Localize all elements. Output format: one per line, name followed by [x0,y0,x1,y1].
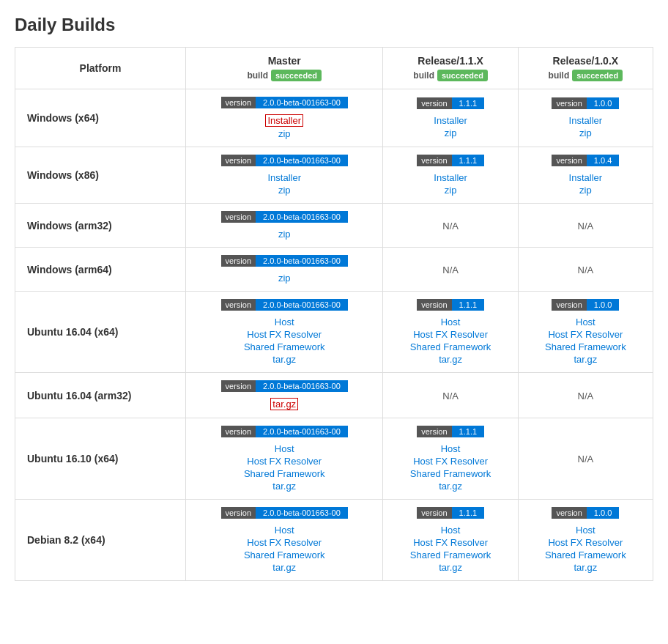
na-text: N/A [578,264,594,275]
release10-build-status: build succeeded [527,70,644,81]
download-link[interactable]: Host FX Resolver [247,456,322,467]
download-link[interactable]: tar.gz [574,562,597,573]
download-link[interactable]: Host FX Resolver [548,329,623,340]
version-bar: version 2.0.0-beta-001663-00 [221,155,348,166]
version-number: 2.0.0-beta-001663-00 [256,299,348,311]
master-label: Master [195,55,374,67]
download-link[interactable]: Shared Framework [244,549,325,560]
cell-content: version 2.0.0-beta-001663-00 Installerzi… [195,155,374,196]
table-row: Windows (x86) version 2.0.0-beta-001663-… [15,147,653,204]
download-link[interactable]: tar.gz [272,354,296,365]
download-link[interactable]: tar.gz [439,354,462,365]
cell-content: version 1.1.1 HostHost FX ResolverShared… [392,426,508,492]
download-link[interactable]: Shared Framework [244,468,325,479]
cell-content: version 2.0.0-beta-001663-00 HostHost FX… [195,507,374,573]
download-link[interactable]: Installer [569,172,603,183]
col-platform: Platform [15,48,186,89]
download-link[interactable]: Shared Framework [244,341,325,352]
version-label: version [552,97,586,109]
version-label: version [221,507,256,519]
cell-content: version 2.0.0-beta-001663-00 zip [195,211,374,240]
master-cell: version 2.0.0-beta-001663-00 HostHost FX… [185,418,383,500]
download-link[interactable]: Installer [434,115,467,126]
download-link[interactable]: Installer [265,114,303,127]
download-link[interactable]: Shared Framework [410,468,491,479]
download-link[interactable]: Host [576,525,595,536]
download-link[interactable]: zip [445,127,457,138]
na-text: N/A [442,221,459,232]
download-link[interactable]: Host [441,317,461,327]
download-link[interactable]: Host FX Resolver [548,537,623,548]
download-link[interactable]: Installer [267,172,301,183]
download-link[interactable]: zip [278,229,291,240]
download-link[interactable]: tar.gz [270,398,298,410]
cell-content: version 2.0.0-beta-001663-00 HostHost FX… [195,299,374,365]
release11-build-status: build succeeded [392,70,508,81]
release11-cell: version 1.1.1 Installerzip [383,89,518,147]
version-bar: version 1.1.1 [417,426,484,437]
download-link[interactable]: zip [278,128,291,139]
download-link[interactable]: tar.gz [272,562,296,573]
version-label: version [221,255,256,267]
version-label: version [221,211,256,223]
download-link[interactable]: Shared Framework [545,341,626,352]
download-link[interactable]: zip [445,185,457,196]
download-link[interactable]: Shared Framework [545,549,626,560]
master-cell: version 2.0.0-beta-001663-00 tar.gz [185,373,383,418]
download-link[interactable]: Shared Framework [410,341,491,352]
version-label: version [417,507,451,519]
download-link[interactable]: Host FX Resolver [413,329,488,340]
cell-content: version 2.0.0-beta-001663-00 zip [195,255,374,284]
download-link[interactable]: Host FX Resolver [247,329,322,340]
download-link[interactable]: zip [278,185,291,196]
page-title: Daily Builds [15,15,653,35]
download-link[interactable]: tar.gz [439,562,462,573]
cell-content: version 2.0.0-beta-001663-00 HostHost FX… [195,426,374,492]
table-header-row: Platform Master build succeeded Release/… [15,48,653,89]
download-link[interactable]: Installer [569,115,603,126]
col-master: Master build succeeded [185,48,383,89]
release11-cell: version 1.1.1 HostHost FX ResolverShared… [383,418,518,500]
col-release10: Release/1.0.X build succeeded [518,48,653,89]
na-text: N/A [578,454,594,465]
builds-table: Platform Master build succeeded Release/… [15,47,653,581]
master-cell: version 2.0.0-beta-001663-00 Installerzi… [185,147,383,204]
release10-cell: N/A [518,418,653,500]
release11-build-label: build [413,70,434,81]
download-link[interactable]: Host [441,443,461,454]
version-bar: version 1.0.0 [552,299,619,311]
download-link[interactable]: Host [441,525,461,536]
download-link[interactable]: zip [579,185,592,196]
version-label: version [417,97,451,109]
version-number: 2.0.0-beta-001663-00 [256,255,348,267]
na-text: N/A [442,264,459,275]
platform-cell: Ubuntu 16.10 (x64) [15,418,186,500]
download-link[interactable]: Host [275,317,294,327]
platform-cell: Ubuntu 16.04 (x64) [15,292,186,373]
download-link[interactable]: tar.gz [439,481,462,492]
version-label: version [221,155,256,166]
cell-content: version 1.1.1 Installerzip [392,97,508,138]
download-link[interactable]: Installer [434,172,467,183]
cell-content: version 1.0.4 Installerzip [527,155,644,196]
version-number: 1.1.1 [452,507,484,519]
download-link[interactable]: Host [275,443,294,454]
download-link[interactable]: Host FX Resolver [413,456,488,467]
download-link[interactable]: Host [275,525,294,536]
release11-cell: version 1.1.1 Installerzip [383,147,518,204]
version-bar: version 1.1.1 [417,155,484,166]
release10-cell: version 1.0.4 Installerzip [518,147,653,204]
download-link[interactable]: Host FX Resolver [413,537,488,548]
version-label: version [221,380,256,392]
download-link[interactable]: zip [579,127,592,138]
release11-cell: N/A [383,248,518,292]
download-link[interactable]: Host FX Resolver [247,537,322,548]
download-link[interactable]: zip [278,273,291,284]
table-row: Windows (arm32) version 2.0.0-beta-00166… [15,204,653,248]
version-number: 1.0.4 [587,155,619,166]
download-link[interactable]: tar.gz [574,354,597,365]
version-bar: version 1.1.1 [417,507,484,519]
download-link[interactable]: tar.gz [272,481,296,492]
download-link[interactable]: Shared Framework [410,549,491,560]
download-link[interactable]: Host [576,317,595,327]
